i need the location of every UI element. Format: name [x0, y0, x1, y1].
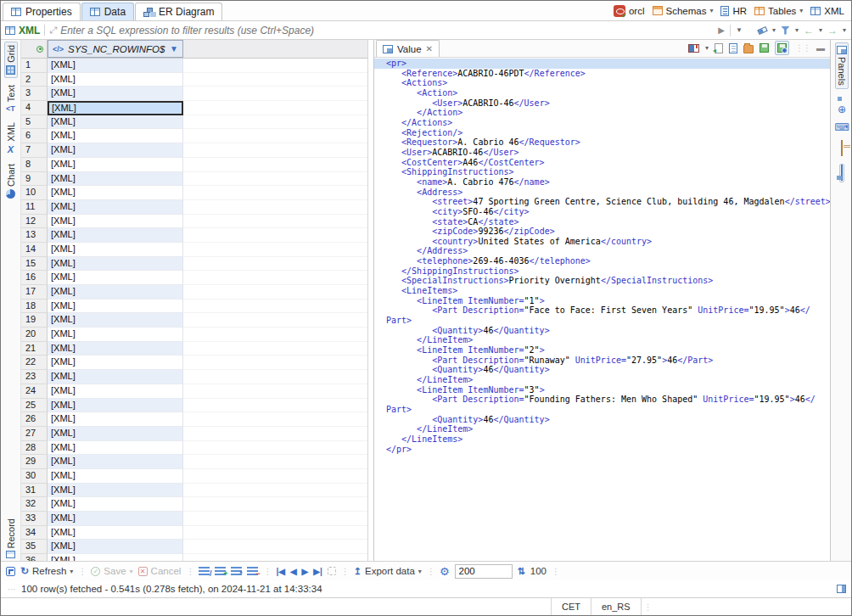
schemas-selector[interactable]: Schemas ▾ [653, 6, 714, 16]
page-size-input[interactable] [455, 564, 513, 579]
next-row-icon[interactable]: ▶ [302, 567, 309, 576]
schema-selector[interactable]: HR [720, 6, 747, 16]
close-icon[interactable]: ✕ [426, 44, 433, 53]
fetch-next-page-icon[interactable] [328, 567, 336, 575]
row-number-cell[interactable]: 35 [21, 540, 48, 554]
row-number-cell[interactable]: 10 [21, 186, 48, 200]
tables-selector[interactable]: Tables ▾ [754, 6, 803, 16]
xml-value-cell[interactable]: [XML] [48, 313, 183, 328]
column-dropdown-icon[interactable]: ▼ [170, 44, 178, 53]
references-panel-icon[interactable]: ⊕ [837, 104, 847, 115]
row-number-cell[interactable]: 15 [21, 257, 48, 272]
tab-er-diagram[interactable]: ER Diagram [135, 3, 222, 20]
xml-value-cell[interactable]: [XML] [48, 87, 183, 101]
filter-history-icon[interactable]: ▼ [736, 26, 743, 34]
save-as-toggle[interactable] [775, 41, 789, 55]
xml-value-cell[interactable]: [XML] [48, 412, 183, 427]
filter-input[interactable] [60, 25, 718, 36]
tab-record[interactable]: Record [5, 516, 17, 561]
row-number-cell[interactable]: 33 [21, 512, 48, 526]
view-text-icon[interactable] [729, 43, 737, 53]
xml-value-cell[interactable]: [XML] [48, 129, 183, 143]
row-number-cell[interactable]: 32 [21, 497, 48, 512]
tab-text[interactable]: Text <T [5, 82, 17, 115]
xml-value-viewer[interactable]: <pr> <Reference>ACABRIO-46PDT</Reference… [374, 58, 830, 561]
xml-value-cell[interactable]: [XML] [48, 73, 183, 87]
row-number-cell[interactable]: 34 [21, 526, 48, 540]
row-number-cell[interactable]: 2 [21, 73, 48, 87]
table-selector[interactable]: XML [810, 6, 844, 16]
row-number-cell[interactable]: 7 [21, 143, 48, 158]
back-icon[interactable]: ← [804, 25, 814, 36]
xml-value-cell[interactable]: [XML] [48, 554, 183, 561]
row-number-cell[interactable]: 28 [21, 441, 48, 456]
xml-value-cell[interactable]: [XML] [48, 512, 183, 526]
xml-value-cell[interactable]: [XML] [48, 497, 183, 512]
xml-value-cell[interactable]: [XML] [48, 243, 183, 257]
xml-value-cell[interactable]: [XML] [48, 200, 183, 215]
row-number-cell[interactable]: 29 [21, 455, 48, 469]
add-row-icon[interactable] [215, 567, 226, 575]
metadata-panel-icon[interactable] [841, 96, 843, 98]
row-number-cell[interactable]: 21 [21, 342, 48, 356]
tab-properties[interactable]: Properties [3, 3, 81, 20]
chevron-down-icon[interactable]: ▾ [705, 44, 709, 52]
delete-row-icon[interactable] [247, 567, 258, 575]
xml-value-cell[interactable]: [XML] [48, 285, 183, 300]
connection-database[interactable]: orcl [614, 5, 645, 17]
tab-chart[interactable]: Chart [5, 161, 17, 201]
xml-value-cell[interactable]: [XML] [48, 215, 183, 229]
save-button[interactable]: ✓ Save ▾ [91, 566, 132, 576]
first-row-icon[interactable]: |◀ [276, 567, 285, 576]
panel-icon[interactable] [837, 585, 846, 593]
open-in-editor-icon[interactable] [6, 567, 15, 576]
grid-corner-cell[interactable] [21, 40, 48, 58]
row-number-cell[interactable]: 27 [21, 427, 48, 441]
drag-handle[interactable]: ⋮⋮ [795, 43, 810, 53]
row-number-cell[interactable]: 16 [21, 271, 48, 285]
edit-cell-icon[interactable] [199, 567, 210, 575]
clear-filter-icon[interactable] [757, 25, 768, 34]
tab-panels[interactable]: Panels [835, 42, 849, 89]
row-number-cell[interactable]: 1 [21, 59, 48, 73]
row-number-cell[interactable]: 11 [21, 200, 48, 215]
row-number-cell[interactable]: 17 [21, 285, 48, 300]
row-number-cell[interactable]: 5 [21, 115, 48, 130]
xml-value-cell[interactable]: [XML] [48, 59, 183, 73]
apply-filter-icon[interactable]: ▶ [718, 25, 725, 35]
xml-value-cell[interactable]: [XML] [48, 186, 183, 200]
row-number-cell[interactable]: 3 [21, 87, 48, 101]
xml-value-cell[interactable]: [XML] [48, 427, 183, 441]
row-number-cell[interactable]: 19 [21, 313, 48, 328]
timezone-indicator[interactable]: CET [551, 598, 591, 615]
settings-gear-icon[interactable]: ⚙ [440, 565, 450, 578]
chevron-down-icon[interactable]: ▾ [819, 26, 822, 34]
xml-value-cell[interactable]: [XML] [48, 399, 183, 413]
row-number-cell[interactable]: 20 [21, 328, 48, 342]
xml-value-cell[interactable]: [XML] [48, 384, 183, 399]
save-value-icon[interactable] [760, 43, 769, 53]
xml-value-cell[interactable]: [XML] [48, 455, 183, 469]
aggregate-panel-icon[interactable] [840, 140, 844, 157]
tab-grid[interactable]: Grid [4, 42, 18, 78]
cancel-button[interactable]: ✕ Cancel [138, 566, 182, 576]
value-viewer-panel-icon[interactable] [839, 164, 844, 182]
xml-value-cell[interactable]: [XML] [48, 526, 183, 540]
xml-value-cell[interactable]: [XML] [48, 484, 183, 498]
xml-value-cell[interactable]: [XML] [48, 370, 183, 384]
export-data-button[interactable]: ↥ Export data ▾ [354, 566, 422, 577]
xml-value-cell[interactable]: [XML] [48, 228, 183, 243]
calc-panel-icon[interactable]: ⌨ [833, 122, 849, 133]
expand-filter-icon[interactable]: ⤢ [49, 25, 57, 36]
xml-value-cell[interactable]: [XML] [48, 540, 183, 554]
xml-value-cell[interactable]: [XML] [48, 356, 183, 370]
xml-value-cell[interactable]: [XML] [48, 115, 183, 130]
row-number-cell[interactable]: 4 [21, 101, 48, 115]
locale-indicator[interactable]: en_RS [591, 598, 642, 615]
xml-value-cell[interactable]: [XML] [48, 300, 183, 314]
column-header[interactable]: </> SYS_NC_ROWINFO$ ▼ [48, 40, 183, 58]
row-number-cell[interactable]: 6 [21, 129, 48, 143]
grid-body[interactable]: 1[XML]2[XML]3[XML]4[XML]5[XML]6[XML]7[XM… [21, 59, 367, 561]
format-value-icon[interactable] [715, 43, 723, 53]
row-number-cell[interactable]: 18 [21, 300, 48, 314]
